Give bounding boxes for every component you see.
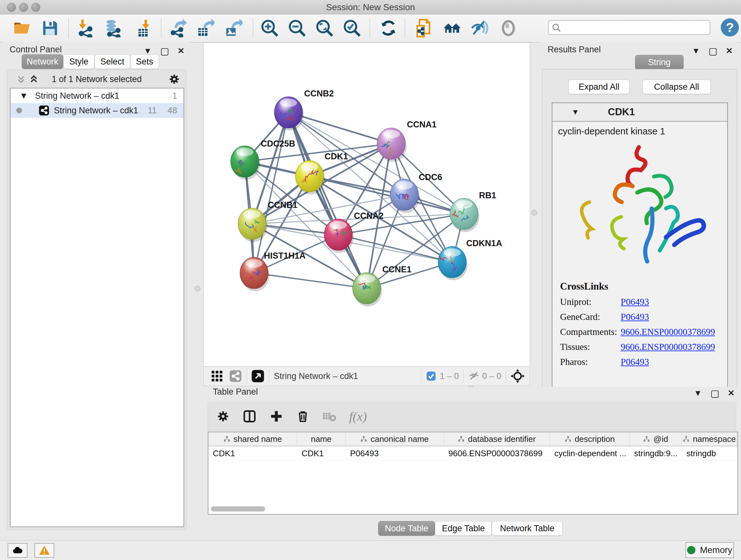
delete-column-icon[interactable]: [296, 410, 310, 423]
table-cell[interactable]: stringdb:9...: [630, 446, 682, 460]
column-header-database-identifier[interactable]: database identifier: [444, 432, 550, 446]
tab-style[interactable]: Style: [63, 54, 94, 69]
houses-icon[interactable]: [443, 19, 461, 37]
cloud-button[interactable]: [8, 543, 27, 558]
open-session-icon[interactable]: [13, 19, 31, 37]
tab-network[interactable]: Network: [22, 54, 63, 69]
crosslink-label: Tissues:: [560, 341, 621, 352]
zoom-selected-icon[interactable]: [343, 19, 361, 37]
tab-select[interactable]: Select: [94, 54, 130, 69]
import-table-from-file-icon[interactable]: [135, 19, 154, 37]
close-panel-icon[interactable]: ✕: [726, 46, 733, 56]
collection-disclosure-icon[interactable]: ▼: [19, 91, 28, 101]
delete-table-icon[interactable]: [322, 409, 336, 423]
result-entry-header[interactable]: ▼ CDK1: [552, 103, 727, 122]
float-panel-icon[interactable]: ▢: [160, 45, 169, 57]
expand-all-button[interactable]: Expand All: [568, 79, 630, 94]
crosslink-link[interactable]: P06493: [621, 297, 649, 307]
zoom-out-icon[interactable]: [288, 19, 307, 37]
network-node-HIST1H1A[interactable]: HIST1H1A: [240, 251, 306, 291]
table-horizontal-scrollbar[interactable]: [211, 506, 265, 511]
table-cell[interactable]: stringdb: [682, 446, 737, 460]
float-panel-icon[interactable]: ▢: [709, 45, 718, 57]
node-label: CDKN1A: [466, 239, 502, 248]
right-splitter-handle[interactable]: [531, 210, 537, 215]
column-header-shared-name[interactable]: shared name: [208, 432, 297, 446]
crosslink-row: Tissues:9606.ENSP00000378699: [560, 341, 720, 352]
birdseye-grid-icon[interactable]: [211, 370, 223, 382]
column-header-namespace[interactable]: namespace: [682, 432, 737, 446]
refresh-view-icon[interactable]: [379, 19, 398, 37]
network-node-CCNB2[interactable]: CCNB2: [274, 89, 334, 131]
save-session-icon[interactable]: [41, 19, 59, 37]
table-settings-gear-icon[interactable]: [216, 410, 230, 423]
table-cell[interactable]: 9606.ENSP00000378699: [444, 446, 550, 460]
panel-menu-icon[interactable]: ▼: [692, 46, 700, 56]
entry-disclosure-icon[interactable]: ▼: [571, 108, 579, 117]
open-in-new-window-icon[interactable]: [251, 369, 265, 383]
help-icon[interactable]: ?: [720, 17, 738, 36]
network-node-CDKN1A[interactable]: CDKN1A: [438, 239, 502, 280]
network-node-CCNE1[interactable]: CCNE1: [353, 265, 412, 307]
grey-eye-icon[interactable]: [499, 19, 518, 37]
main-toolbar: ?: [0, 14, 741, 43]
network-edge[interactable]: [288, 112, 391, 144]
pan-crosshair-icon[interactable]: [511, 369, 525, 383]
search-input[interactable]: [548, 20, 711, 35]
export-image-icon[interactable]: [224, 19, 243, 37]
network-selection-summary: 1 of 1 Network selected: [7, 74, 186, 84]
network-edge[interactable]: [254, 273, 367, 288]
tab-network-table[interactable]: Network Table: [492, 521, 562, 536]
table-cell[interactable]: cyclin-dependent ...: [550, 446, 630, 460]
tab-string[interactable]: String: [635, 55, 684, 70]
network-edge[interactable]: [288, 112, 367, 288]
export-table-icon[interactable]: [196, 19, 214, 37]
tab-sets[interactable]: Sets: [130, 54, 159, 69]
column-header-canonical-name[interactable]: canonical name: [346, 432, 444, 446]
close-panel-icon[interactable]: ✕: [728, 388, 735, 398]
close-panel-icon[interactable]: ✕: [178, 46, 185, 56]
float-panel-icon[interactable]: ▢: [711, 388, 719, 399]
tab-edge-table[interactable]: Edge Table: [435, 521, 492, 536]
column-header-name[interactable]: name: [297, 432, 346, 446]
network-collection-row[interactable]: ▼ String Network – cdk1 1: [10, 88, 184, 103]
crosslink-link[interactable]: 9606.ENSP00000378699: [621, 327, 715, 337]
status-bar: Memory: [0, 540, 741, 560]
zoom-fit-icon[interactable]: [315, 19, 334, 37]
table-cell[interactable]: P06493: [346, 446, 444, 460]
network-node-RB1[interactable]: RB1: [450, 191, 496, 232]
panel-menu-icon[interactable]: ▼: [694, 388, 702, 398]
left-splitter-handle[interactable]: [195, 286, 200, 292]
hidden-eye-waves-icon[interactable]: [470, 19, 489, 37]
import-network-from-database-icon[interactable]: [104, 19, 122, 37]
document-network-icon[interactable]: [415, 19, 433, 37]
export-network-icon[interactable]: [169, 19, 187, 37]
network-canvas[interactable]: CCNB2CCNA1CDC25BCDK1CDC6RB1CCNB1CCNA2CDK…: [203, 43, 530, 367]
network-options-gear-icon[interactable]: [168, 73, 180, 85]
table-cell[interactable]: CDK1: [208, 446, 297, 460]
network-edge[interactable]: [254, 112, 288, 273]
selected-checkbox-icon[interactable]: [426, 371, 436, 381]
network-row-selected[interactable]: String Network – cdk1 11 48: [10, 103, 184, 118]
function-builder-icon[interactable]: f(x): [349, 409, 367, 424]
memory-button[interactable]: Memory: [685, 542, 734, 558]
network-node-CCNA1[interactable]: CCNA1: [377, 120, 436, 162]
warning-button[interactable]: [35, 543, 54, 558]
add-column-icon[interactable]: [269, 409, 283, 423]
crosslink-row: GeneCard:P06493: [560, 312, 720, 322]
tab-node-table[interactable]: Node Table: [378, 521, 435, 536]
crosslink-link[interactable]: P06493: [621, 312, 649, 322]
hidden-eye-slash-icon[interactable]: [468, 370, 480, 382]
network-name: String Network – cdk1: [54, 106, 138, 116]
import-network-from-file-icon[interactable]: [76, 19, 94, 37]
collapse-all-button[interactable]: Collapse All: [643, 79, 711, 94]
column-header-description[interactable]: description: [550, 432, 630, 446]
table-row[interactable]: CDK1CDK1P064939606.ENSP00000378699cyclin…: [208, 446, 738, 461]
zoom-in-icon[interactable]: [260, 19, 279, 37]
crosslink-link[interactable]: 9606.ENSP00000378699: [621, 341, 715, 352]
network-share-icon[interactable]: [229, 370, 242, 382]
columns-icon[interactable]: [243, 409, 257, 423]
crosslink-link[interactable]: P06493: [621, 357, 649, 367]
table-cell[interactable]: CDK1: [297, 446, 346, 460]
column-header-@id[interactable]: @id: [630, 432, 682, 446]
